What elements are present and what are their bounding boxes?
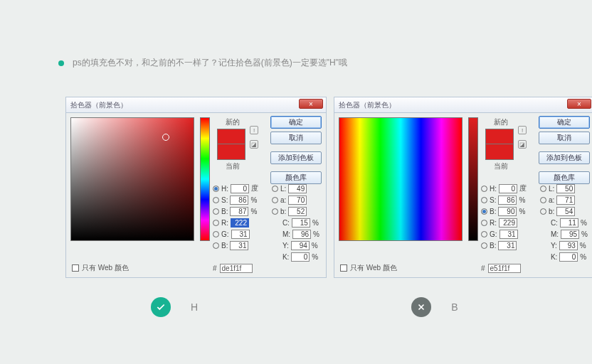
- swatch-new[interactable]: [485, 129, 514, 144]
- swatch-current-label: 当前: [217, 161, 248, 171]
- input-m[interactable]: 96: [292, 230, 311, 239]
- add-swatch-button[interactable]: 添加到色板: [270, 151, 322, 164]
- label-h: H:: [221, 185, 228, 193]
- radio-l[interactable]: [540, 186, 546, 192]
- label-h: H:: [490, 185, 497, 193]
- warning-icon[interactable]: !: [518, 126, 527, 134]
- input-y[interactable]: 93: [559, 241, 578, 250]
- label-s: S:: [490, 196, 496, 204]
- input-h[interactable]: 0: [499, 184, 517, 193]
- unit-b: %: [519, 208, 527, 215]
- label-c: C:: [282, 219, 290, 227]
- add-swatch-button[interactable]: 添加到色板: [539, 151, 590, 164]
- label-a: a:: [280, 196, 286, 204]
- input-s[interactable]: 86: [230, 196, 248, 205]
- swatch-current[interactable]: [217, 144, 245, 160]
- color-field[interactable]: [70, 117, 194, 241]
- input-m[interactable]: 95: [561, 230, 579, 239]
- hex-label: #: [481, 264, 485, 272]
- web-only-checkbox[interactable]: [340, 264, 347, 272]
- ok-button[interactable]: 确定: [539, 116, 590, 129]
- close-button[interactable]: ×: [299, 99, 323, 109]
- hex-label: #: [213, 264, 217, 272]
- input-h[interactable]: 0: [231, 184, 249, 193]
- titlebar[interactable]: 拾色器（前景色） ×: [334, 97, 592, 113]
- input-hex[interactable]: e51f1f: [488, 264, 521, 273]
- label-l: L:: [280, 185, 286, 193]
- close-button[interactable]: ×: [567, 99, 591, 109]
- swatch-new-label: 新的: [485, 117, 517, 127]
- radio-g[interactable]: [213, 231, 219, 237]
- radio-a[interactable]: [272, 197, 278, 203]
- label-s: S:: [221, 196, 228, 204]
- input-b[interactable]: 87: [230, 207, 248, 216]
- radio-a[interactable]: [540, 197, 546, 203]
- input-l[interactable]: 50: [556, 184, 575, 193]
- input-a[interactable]: 71: [556, 196, 575, 205]
- input-b[interactable]: 90: [498, 207, 517, 216]
- radio-l[interactable]: [272, 186, 278, 192]
- dialog-title: 拾色器（前景色）: [339, 100, 396, 110]
- unit-s: %: [250, 196, 259, 204]
- input-l[interactable]: 49: [288, 184, 307, 193]
- radio-g[interactable]: [481, 231, 487, 237]
- ok-button[interactable]: 确定: [270, 116, 322, 129]
- input-c[interactable]: 11: [560, 218, 578, 228]
- input-hex[interactable]: de1f1f: [220, 264, 253, 273]
- hue-slider[interactable]: [200, 117, 210, 241]
- label-l: L:: [549, 185, 554, 193]
- unit-h: 度: [251, 183, 260, 193]
- input-k[interactable]: 0: [559, 252, 578, 262]
- radio-bl[interactable]: [213, 242, 219, 249]
- check-icon: [151, 297, 171, 317]
- label-a: a:: [549, 196, 554, 204]
- input-r[interactable]: 229: [499, 218, 517, 228]
- radio-r[interactable]: [481, 220, 487, 226]
- swatch-new[interactable]: [217, 129, 245, 144]
- input-g[interactable]: 31: [231, 230, 250, 239]
- color-picker-dialog-b: 拾色器（前景色） × 新的 当前 ! ◪ 确定 取消 添加到色板 颜色库: [334, 97, 592, 278]
- radio-b[interactable]: [213, 208, 219, 215]
- warning-icon[interactable]: !: [250, 126, 258, 134]
- swatch-new-label: 新的: [217, 117, 248, 127]
- input-s[interactable]: 86: [498, 196, 517, 205]
- radio-s[interactable]: [481, 197, 487, 203]
- titlebar[interactable]: 拾色器（前景色） ×: [66, 97, 326, 113]
- dialog-title: 拾色器（前景色）: [70, 100, 127, 110]
- radio-h[interactable]: [481, 186, 487, 192]
- web-only-label: 只有 Web 颜色: [82, 263, 129, 273]
- radio-bb[interactable]: [540, 208, 546, 215]
- radio-bb[interactable]: [272, 208, 278, 215]
- color-field[interactable]: [339, 117, 462, 241]
- label-k: K:: [282, 253, 289, 261]
- input-bl[interactable]: 31: [498, 241, 517, 250]
- input-bb[interactable]: 52: [288, 207, 307, 216]
- input-g[interactable]: 31: [500, 230, 518, 239]
- input-k[interactable]: 0: [291, 252, 310, 262]
- input-c[interactable]: 15: [292, 218, 310, 228]
- web-only-checkbox[interactable]: [72, 264, 79, 272]
- radio-b[interactable]: [481, 208, 487, 215]
- label-c: C:: [551, 219, 558, 227]
- radio-s[interactable]: [213, 197, 219, 203]
- input-y[interactable]: 94: [291, 241, 310, 250]
- radio-bl[interactable]: [481, 242, 487, 249]
- input-bl[interactable]: 31: [230, 241, 248, 250]
- cancel-button[interactable]: 取消: [270, 132, 322, 144]
- badge-b-label: B: [451, 301, 458, 313]
- radio-h[interactable]: [213, 186, 219, 192]
- cancel-button[interactable]: 取消: [539, 132, 590, 144]
- input-a[interactable]: 70: [288, 196, 307, 205]
- bullet-dot: [58, 60, 64, 66]
- input-bb[interactable]: 54: [556, 207, 575, 216]
- cross-icon: [411, 297, 431, 317]
- hue-slider[interactable]: [468, 117, 478, 241]
- radio-r[interactable]: [213, 220, 219, 226]
- websafe-icon[interactable]: ◪: [518, 140, 527, 149]
- input-r[interactable]: 222: [231, 218, 249, 228]
- websafe-icon[interactable]: ◪: [250, 140, 258, 149]
- swatch-current[interactable]: [485, 144, 514, 160]
- label-r: R:: [221, 219, 228, 227]
- label-b: B:: [490, 208, 496, 215]
- label-bl: B:: [490, 242, 496, 250]
